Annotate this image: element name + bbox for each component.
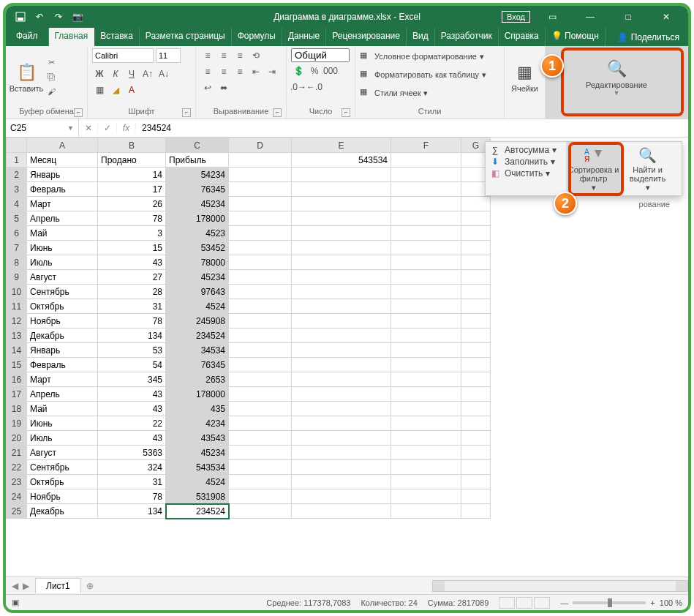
cell[interactable]: 43	[98, 431, 166, 446]
cell[interactable]: 28	[98, 285, 166, 299]
view-pagebreak-icon[interactable]	[534, 597, 550, 609]
row-header[interactable]: 25	[7, 504, 27, 519]
clipboard-dialog-icon[interactable]: ⌐	[74, 108, 83, 117]
save-icon[interactable]	[15, 11, 26, 23]
orientation-icon[interactable]: ⟲	[249, 48, 263, 63]
tab-review[interactable]: Рецензирование	[326, 28, 407, 46]
tab-home[interactable]: Главная	[49, 28, 95, 46]
dec-decimal-icon[interactable]: ←.0	[307, 80, 322, 94]
fx-icon[interactable]: fx	[117, 123, 136, 133]
cell[interactable]	[229, 387, 292, 402]
cell[interactable]	[292, 489, 391, 504]
percent-icon[interactable]: %	[307, 64, 322, 78]
cell[interactable]	[461, 270, 491, 285]
cell[interactable]	[292, 270, 391, 285]
align-bottom-icon[interactable]: ≡	[233, 48, 247, 63]
cell[interactable]: 26	[98, 197, 166, 211]
cell[interactable]	[229, 489, 292, 504]
cell[interactable]: 45234	[166, 270, 229, 285]
cell[interactable]	[391, 182, 461, 197]
sheet-nav-prev-icon[interactable]: ◀	[12, 581, 18, 591]
cell[interactable]: Январь	[27, 168, 98, 182]
cell[interactable]: 543534	[166, 460, 229, 475]
font-size-select[interactable]	[156, 48, 181, 63]
cell[interactable]: 78	[98, 211, 166, 226]
cell[interactable]: 435	[166, 402, 229, 416]
align-center-icon[interactable]: ≡	[216, 64, 231, 79]
comma-icon[interactable]: 000	[323, 64, 338, 78]
cell[interactable]: Сентябрь	[27, 285, 98, 299]
cell[interactable]	[229, 241, 292, 255]
align-top-icon[interactable]: ≡	[200, 48, 215, 63]
row-header[interactable]: 14	[7, 343, 27, 358]
cell[interactable]	[292, 416, 391, 431]
cell[interactable]: 78	[98, 489, 166, 504]
cell[interactable]: 22	[98, 416, 166, 431]
cell[interactable]: 5363	[98, 446, 166, 460]
cell[interactable]: 54	[98, 358, 166, 372]
tab-layout[interactable]: Разметка страницы	[140, 28, 232, 46]
cell[interactable]: Июль	[27, 431, 98, 446]
cell[interactable]: 53	[98, 343, 166, 358]
cell[interactable]: 234524	[166, 504, 229, 519]
row-header[interactable]: 6	[7, 226, 27, 241]
cell[interactable]: 4234	[166, 416, 229, 431]
zoom-in-icon[interactable]: +	[650, 598, 655, 607]
cut-icon[interactable]: ✂	[45, 56, 58, 69]
cell[interactable]	[292, 182, 391, 197]
cell[interactable]	[292, 387, 391, 402]
cell[interactable]: 78000	[166, 255, 229, 270]
cell[interactable]: Апрель	[27, 387, 98, 402]
cell[interactable]	[461, 475, 491, 489]
cell[interactable]: 234524	[166, 328, 229, 343]
cell[interactable]	[461, 416, 491, 431]
sheet-tab-1[interactable]: Лист1	[35, 578, 81, 593]
cell[interactable]	[461, 387, 491, 402]
spreadsheet-grid[interactable]: A B C D E F G 1МесяцПроданоПрибыль543534…	[6, 138, 491, 519]
cell[interactable]: 31	[98, 475, 166, 489]
cell[interactable]: Август	[27, 446, 98, 460]
row-header[interactable]: 8	[7, 255, 27, 270]
cell[interactable]	[391, 504, 461, 519]
zoom-level[interactable]: 100 %	[660, 598, 682, 607]
col-header-e[interactable]: E	[292, 138, 391, 153]
view-normal-icon[interactable]	[499, 597, 515, 609]
cell[interactable]	[229, 460, 292, 475]
cell[interactable]: Продано	[98, 153, 166, 168]
cell[interactable]: Июнь	[27, 416, 98, 431]
record-macro-icon[interactable]: ▣	[12, 598, 19, 607]
cell[interactable]: Октябрь	[27, 299, 98, 314]
tab-data[interactable]: Данные	[282, 28, 326, 46]
cell[interactable]	[391, 372, 461, 387]
cell[interactable]	[461, 241, 491, 255]
cell[interactable]: 76345	[166, 182, 229, 197]
cell[interactable]	[229, 314, 292, 328]
undo-icon[interactable]: ↶	[34, 11, 45, 23]
border-icon[interactable]: ▦	[92, 83, 107, 97]
cell[interactable]	[229, 270, 292, 285]
cell[interactable]: 324	[98, 460, 166, 475]
row-header[interactable]: 2	[7, 168, 27, 182]
fill-button[interactable]: ⬇Заполнить ▾	[489, 157, 563, 167]
italic-button[interactable]: К	[108, 67, 123, 81]
cancel-formula-icon[interactable]: ✕	[79, 123, 98, 133]
cell[interactable]: Месяц	[27, 153, 98, 168]
enter-formula-icon[interactable]: ✓	[98, 123, 117, 133]
cell[interactable]	[461, 211, 491, 226]
cell[interactable]	[391, 343, 461, 358]
cell[interactable]	[229, 372, 292, 387]
cell[interactable]: 31	[98, 299, 166, 314]
cell[interactable]: Май	[27, 402, 98, 416]
cell[interactable]	[229, 299, 292, 314]
tab-developer[interactable]: Разработчик	[435, 28, 499, 46]
row-header[interactable]: 1	[7, 153, 27, 168]
cell[interactable]	[292, 328, 391, 343]
cell[interactable]	[391, 314, 461, 328]
row-header[interactable]: 24	[7, 489, 27, 504]
cell[interactable]: Октябрь	[27, 475, 98, 489]
cell[interactable]	[229, 431, 292, 446]
cell[interactable]	[229, 416, 292, 431]
underline-button[interactable]: Ч	[124, 67, 139, 81]
cell[interactable]: 43	[98, 387, 166, 402]
minimize-icon[interactable]: —	[574, 6, 606, 28]
